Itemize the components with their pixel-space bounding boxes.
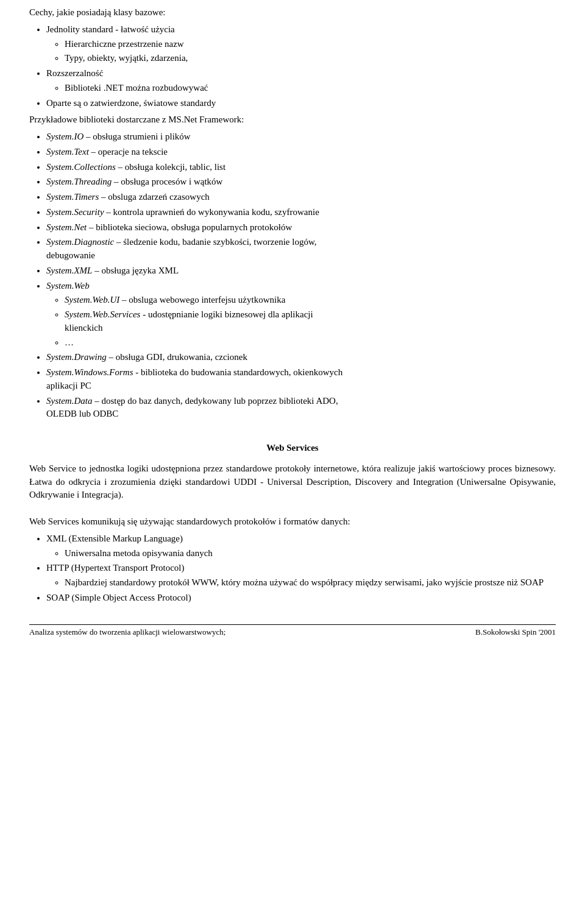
- list-item: HTTP (Hypertext Transport Protocol) Najb…: [46, 562, 556, 590]
- list-item: System.Threading – obsługa procesów i wą…: [46, 175, 556, 189]
- item-italic: System.Timers: [46, 192, 99, 202]
- web-service-para2: Web Services komunikują się używając sta…: [29, 515, 556, 529]
- item-text: XML (Extensible Markup Language): [46, 534, 183, 543]
- list-item: Biblioteki .NET można rozbudowywać: [65, 82, 556, 95]
- examples-intro: Przykładowe biblioteki dostarczane z MS.…: [29, 113, 556, 127]
- item-italic: System.Diagnostic: [46, 237, 114, 247]
- footer: Analiza systemów do tworzenia aplikacji …: [29, 624, 556, 637]
- item-text: – obsługa języka XML: [92, 266, 179, 275]
- item-text: – obsługa strumieni i plików: [83, 132, 190, 141]
- item-text-continued: debugowanie: [46, 250, 95, 260]
- list-item: System.Web System.Web.UI – obsluga webow…: [46, 280, 556, 350]
- sub-list: Hierarchiczne przestrzenie nazw Typy, ob…: [65, 38, 556, 66]
- list-item: System.Diagnostic – śledzenie kodu, bada…: [46, 236, 556, 263]
- item-italic: System.IO: [46, 132, 83, 141]
- list-item: System.Net – biblioteka sieciowa, obsług…: [46, 221, 556, 235]
- item-italic: System.Drawing: [46, 352, 107, 362]
- item-text: - udostępnianie logiki biznesowej dla ap…: [140, 309, 313, 319]
- sub-list: Biblioteki .NET można rozbudowywać: [65, 82, 556, 95]
- item-text: Oparte są o zatwierdzone, światowe stand…: [46, 98, 216, 108]
- list-item: System.Windows.Forms - biblioteka do bud…: [46, 366, 556, 393]
- item-text: – obsluga zdarzeń czasowych: [99, 192, 210, 202]
- list-item: Rozszerzalność Biblioteki .NET można roz…: [46, 67, 556, 95]
- item-text: – operacje na tekscie: [89, 147, 168, 157]
- list-item: System.Drawing – obsługa GDI, drukowania…: [46, 351, 556, 364]
- web-service-para1: Web Service to jednostka logiki udostępn…: [29, 462, 556, 502]
- item-italic: System.Web: [46, 281, 90, 291]
- item-italic: System.Data: [46, 396, 92, 406]
- item-text-continued: klienckich: [65, 323, 102, 333]
- list-item: System.Web.Services - udostępnianie logi…: [65, 308, 556, 335]
- item-text: Rozszerzalność: [46, 68, 103, 78]
- list-item: Oparte są o zatwierdzone, światowe stand…: [46, 97, 556, 110]
- item-italic: System.Security: [46, 207, 104, 217]
- item-text: – obsługa GDI, drukowania, czcionek: [107, 352, 247, 362]
- item-text: Biblioteki .NET można rozbudowywać: [65, 83, 208, 93]
- item-italic: System.XML: [46, 266, 92, 275]
- examples-list: System.IO – obsługa strumieni i plików S…: [46, 130, 556, 421]
- list-item: Jednolity standard - łatwość użycia Hier…: [46, 23, 556, 65]
- section-title: Web Services: [29, 442, 556, 455]
- list-item: XML (Extensible Markup Language) Uniwers…: [46, 532, 556, 560]
- page-content: Cechy, jakie posiadają klasy bazowe: Jed…: [29, 6, 556, 637]
- item-italic: System.Windows.Forms: [46, 367, 133, 377]
- list-item: Uniwersalna metoda opisywania danych: [65, 547, 556, 560]
- item-text: - biblioteka do budowania standardowych,…: [133, 367, 343, 377]
- list-item: System.Web.UI – obsluga webowego interfe…: [65, 294, 556, 307]
- sub-list: System.Web.UI – obsluga webowego interfe…: [65, 294, 556, 349]
- sub-list: Najbardziej standardowy protokół WWW, kt…: [65, 576, 556, 590]
- item-text: – śledzenie kodu, badanie szybkości, two…: [114, 237, 316, 247]
- item-text: – kontrola uprawnień do wykonywania kodu…: [104, 207, 319, 217]
- item-italic: System.Text: [46, 147, 89, 157]
- list-item: System.Text – operacje na tekscie: [46, 146, 556, 159]
- list-item: System.Data – dostęp do baz danych, dedy…: [46, 395, 556, 421]
- item-text: Hierarchiczne przestrzenie nazw: [65, 39, 184, 49]
- item-italic: System.Web.UI: [65, 295, 119, 305]
- item-text: – dostęp do baz danych, dedykowany lub p…: [92, 396, 338, 406]
- footer-right: B.Sokołowski Spin '2001: [475, 627, 556, 637]
- list-item: System.XML – obsługa języka XML: [46, 264, 556, 278]
- protocols-list: XML (Extensible Markup Language) Uniwers…: [46, 532, 556, 605]
- item-text: Najbardziej standardowy protokół WWW, kt…: [65, 577, 544, 587]
- item-text: SOAP (Simple Object Access Protocol): [46, 593, 191, 602]
- item-text: – obsluga webowego interfejsu użytkownik…: [119, 295, 285, 305]
- item-text: HTTP (Hypertext Transport Protocol): [46, 563, 185, 573]
- footer-left: Analiza systemów do tworzenia aplikacji …: [29, 627, 225, 637]
- item-text: – obsługa procesów i wątków: [112, 177, 222, 186]
- intro-paragraph: Cechy, jakie posiadają klasy bazowe:: [29, 6, 556, 19]
- item-text: Typy, obiekty, wyjątki, zdarzenia,: [65, 53, 188, 63]
- item-text: – biblioteka sieciowa, obsługa popularny…: [87, 222, 292, 232]
- item-text: Uniwersalna metoda opisywania danych: [65, 548, 213, 558]
- item-italic: System.Collections: [46, 162, 116, 172]
- item-italic: System.Web.Services: [65, 309, 140, 319]
- list-item: Typy, obiekty, wyjątki, zdarzenia,: [65, 52, 556, 65]
- item-italic: System.Threading: [46, 177, 112, 186]
- item-text: – obsługa kolekcji, tablic, list: [116, 162, 225, 172]
- para-spacer: [29, 506, 556, 512]
- list-item: …: [65, 336, 556, 350]
- item-italic: System.Net: [46, 222, 87, 232]
- item-text-continued: OLEDB lub ODBC: [46, 409, 118, 418]
- section-spacer: [29, 425, 556, 442]
- list-item: Hierarchiczne przestrzenie nazw: [65, 38, 556, 51]
- list-item: System.Security – kontrola uprawnień do …: [46, 206, 556, 219]
- item-text: Jednolity standard - łatwość użycia: [46, 24, 175, 34]
- list-item: Najbardziej standardowy protokół WWW, kt…: [65, 576, 556, 590]
- list-item: System.Collections – obsługa kolekcji, t…: [46, 161, 556, 174]
- list-item: System.IO – obsługa strumieni i plików: [46, 130, 556, 144]
- item-text-continued: aplikacji PC: [46, 381, 91, 390]
- list-item: System.Timers – obsluga zdarzeń czasowyc…: [46, 191, 556, 204]
- list-item: SOAP (Simple Object Access Protocol): [46, 591, 556, 605]
- main-features-list: Jednolity standard - łatwość użycia Hier…: [46, 23, 556, 110]
- sub-list: Uniwersalna metoda opisywania danych: [65, 547, 556, 560]
- item-text: …: [65, 337, 74, 347]
